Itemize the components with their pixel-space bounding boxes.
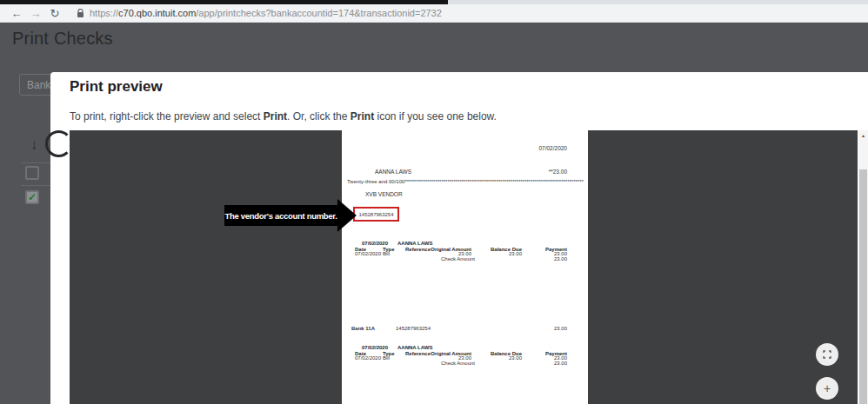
table-row-divider (21, 162, 52, 163)
bank-total: 23.00 (554, 326, 567, 331)
scrollbar-up-button[interactable]: ▲ (858, 130, 868, 142)
check-amount: **23.00 (549, 169, 567, 175)
check-stub: 07/02/2020 AANNA LAWS Date Type Referenc… (355, 239, 567, 267)
preview-scrollbar[interactable]: ▲ (858, 130, 868, 404)
instruction-bold: Print (264, 110, 287, 123)
stub-check-amount: 23.00 (554, 256, 567, 262)
table-row-divider (21, 185, 52, 186)
check-date: 07/02/2020 (538, 145, 567, 151)
back-icon[interactable]: ← (7, 7, 26, 20)
stub-check-amount-label: Check Amount (441, 256, 475, 262)
fullscreen-button[interactable] (816, 343, 838, 366)
forward-icon[interactable]: → (26, 7, 45, 20)
expand-icon (823, 350, 831, 359)
url-scheme: https:// (90, 8, 118, 18)
check-amount-words: Twenty-three and 00/100*****************… (347, 179, 584, 184)
page-title: Print Checks (12, 29, 113, 49)
lock-icon (77, 9, 84, 18)
modal-instruction: To print, right-click the preview and se… (70, 110, 497, 123)
row-checkbox-checked[interactable]: ✓ (25, 190, 39, 204)
vendor-account-number-highlight: 145287963254 (353, 207, 399, 222)
instruction-text: To print, right-click the preview and se… (70, 110, 264, 123)
stub-date: 07/02/2020 (362, 241, 388, 246)
stub-check-amount-label: Check Amount (441, 361, 475, 366)
browser-toolbar: ← → ↻ https://c70.qbo.intuit.com/app/pri… (0, 4, 868, 23)
check-payee: AANNA LAWS (375, 169, 411, 175)
check-stub: 07/02/2020 AANNA LAWS Date Type Referenc… (355, 343, 567, 371)
stub-payee: AANNA LAWS (397, 241, 432, 246)
instruction-text: . Or, click the (287, 110, 351, 123)
sort-descending-icon[interactable]: ↓ (30, 136, 38, 154)
url-path: /app/printchecks?bankaccountid=174&trans… (196, 8, 442, 18)
callout-arrow-icon (337, 199, 357, 232)
check-document: 07/02/2020 AANNA LAWS **23.00 Twenty-thr… (342, 130, 588, 404)
screen: ← → ↻ https://c70.qbo.intuit.com/app/pri… (0, 0, 868, 404)
vendor-account-callout: The vendor's account number. (224, 205, 337, 226)
stub-date: 07/02/2020 (362, 345, 388, 350)
bank-name: Bank 11A (351, 326, 375, 331)
check-vendor: XVB VENDOR (365, 191, 403, 197)
modal-title: Print preview (70, 78, 163, 96)
instruction-text: icon if you see one below. (374, 110, 497, 123)
checkmark-icon: ✓ (28, 191, 37, 203)
bank-account-number: 145287963254 (396, 326, 431, 331)
stub-payee: AANNA LAWS (397, 345, 432, 350)
reload-icon[interactable]: ↻ (45, 7, 64, 20)
annotation-circle (45, 130, 72, 157)
row-checkbox-unchecked[interactable] (25, 166, 39, 180)
bank-line: Bank 11A 145287963254 23.00 (351, 326, 567, 332)
zoom-in-button[interactable]: + (816, 377, 838, 400)
print-preview-modal: Print preview To print, right-click the … (50, 72, 868, 404)
stub-check-amount: 23.00 (554, 361, 567, 366)
plus-icon: + (824, 381, 831, 395)
instruction-bold: Print (351, 110, 374, 123)
vendor-account-number: 145287963254 (358, 212, 393, 217)
url-domain: c70.qbo.intuit.com (118, 8, 196, 18)
print-preview-area: 07/02/2020 AANNA LAWS **23.00 Twenty-thr… (70, 130, 858, 404)
up-arrow-icon: ▲ (861, 133, 865, 138)
address-bar[interactable]: https://c70.qbo.intuit.com/app/printchec… (77, 8, 442, 18)
scrollbar-thumb[interactable] (859, 169, 867, 404)
